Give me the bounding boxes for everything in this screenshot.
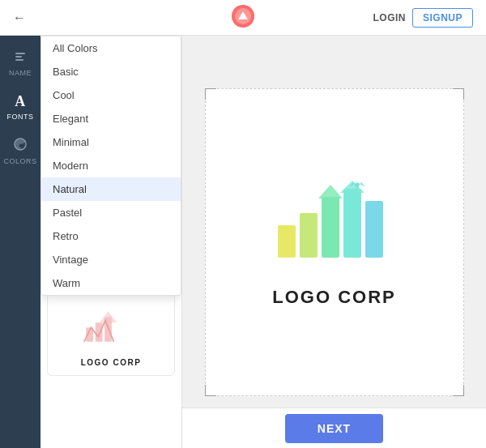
sidebar-item-colors-label: COLORS: [3, 157, 36, 165]
dropdown-item-natural[interactable]: Natural: [41, 177, 181, 201]
svg-rect-6: [15, 59, 23, 61]
corner-tl: [205, 88, 216, 100]
sidebar: NAME A FONTS COLORS: [0, 36, 40, 448]
svg-rect-16: [365, 201, 383, 258]
svg-rect-13: [300, 213, 318, 258]
header: ← LOGIN SIGNUP: [0, 0, 486, 36]
header-actions: LOGIN SIGNUP: [373, 8, 473, 28]
logo-preview-svg-1: [83, 307, 139, 352]
dropdown-item-cool[interactable]: Cool: [41, 83, 181, 107]
logo-cards-container: LOGO CORP: [40, 287, 181, 382]
dropdown-item-basic[interactable]: Basic: [41, 60, 181, 83]
dropdown-item-pastel[interactable]: Pastel: [41, 201, 181, 224]
sidebar-item-name[interactable]: NAME: [0, 42, 40, 85]
dropdown-item-warm[interactable]: Warm: [41, 271, 181, 295]
corner-tr: [453, 88, 464, 100]
name-icon: [14, 50, 27, 66]
svg-marker-18: [340, 181, 364, 193]
login-button[interactable]: LOGIN: [373, 12, 406, 23]
sidebar-item-fonts[interactable]: A FONTS: [0, 85, 40, 129]
app-logo: [230, 3, 256, 29]
sidebar-item-name-label: NAME: [9, 69, 32, 77]
back-button[interactable]: ←: [13, 11, 26, 25]
panel: All Colors Basic Cool Elegant Minimal Mo…: [40, 36, 182, 448]
dropdown-item-elegant[interactable]: Elegant: [41, 107, 181, 130]
sidebar-item-colors[interactable]: COLORS: [0, 129, 40, 173]
header-logo-container: [230, 3, 256, 32]
main-logo-svg: [270, 177, 399, 274]
corner-bl: [205, 385, 216, 396]
logo-card-1[interactable]: LOGO CORP: [47, 293, 175, 376]
dropdown-item-vintage[interactable]: Vintage: [41, 248, 181, 271]
main-layout: NAME A FONTS COLORS All Colors Basic Coo…: [0, 36, 486, 448]
svg-point-3: [241, 14, 245, 19]
dropdown-item-minimal[interactable]: Minimal: [41, 130, 181, 154]
canvas-logo-name: LOGO CORP: [272, 287, 395, 308]
svg-rect-12: [278, 225, 296, 258]
dropdown-item-retro[interactable]: Retro: [41, 224, 181, 248]
color-style-dropdown: All Colors Basic Cool Elegant Minimal Mo…: [40, 36, 181, 296]
signup-button[interactable]: SIGNUP: [412, 8, 473, 28]
svg-marker-11: [100, 311, 117, 322]
svg-rect-9: [96, 322, 103, 342]
logo-card-1-label: LOGO CORP: [81, 358, 142, 367]
corner-br: [453, 385, 464, 396]
svg-rect-5: [15, 56, 22, 58]
fonts-icon: A: [15, 93, 26, 110]
next-button[interactable]: NEXT: [285, 414, 383, 443]
dropdown-item-modern[interactable]: Modern: [41, 154, 181, 177]
canvas-frame: LOGO CORP: [205, 88, 464, 396]
dropdown-item-allcolors[interactable]: All Colors: [41, 36, 181, 60]
svg-rect-14: [322, 197, 339, 258]
canvas-area: LOGO CORP NEXT: [182, 36, 486, 448]
sidebar-item-fonts-label: FONTS: [7, 113, 34, 121]
svg-rect-15: [343, 189, 361, 258]
svg-marker-17: [318, 185, 343, 198]
colors-icon: [13, 137, 28, 155]
bottom-bar: NEXT: [182, 407, 486, 448]
svg-rect-4: [15, 53, 25, 54]
